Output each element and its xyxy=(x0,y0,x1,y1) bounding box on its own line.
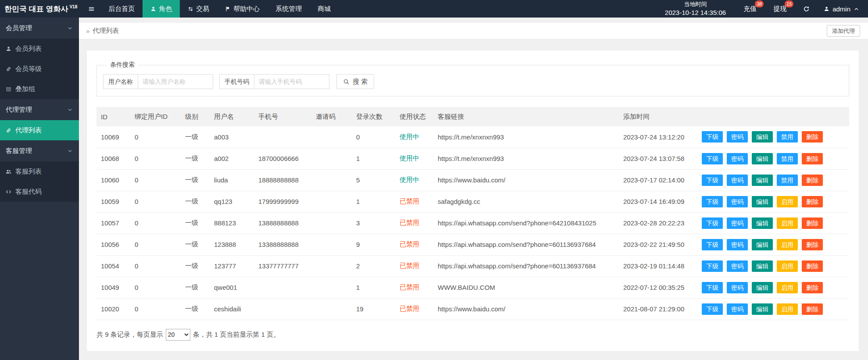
user-name: admin xyxy=(832,5,850,13)
sidebar-item-label: 客服列表 xyxy=(15,168,42,176)
page-size-select[interactable]: 20 xyxy=(166,329,190,341)
column-header-bind-user-id: 绑定用户ID xyxy=(131,107,182,126)
delete-button[interactable]: 删除 xyxy=(802,239,823,250)
phone-input[interactable] xyxy=(254,74,329,89)
sub-agents-button[interactable]: 下级 xyxy=(702,153,723,164)
nav-item-help-center[interactable]: 帮助中心 xyxy=(217,0,268,18)
enable-button[interactable]: 启用 xyxy=(777,196,798,207)
cell-actions: 下级密码编辑禁用删除 xyxy=(698,169,849,191)
nav-item-dashboard[interactable]: 后台首页 xyxy=(100,0,143,18)
enable-button[interactable]: 启用 xyxy=(777,239,798,250)
withdraw-label: 提现 xyxy=(773,5,786,12)
delete-button[interactable]: 删除 xyxy=(802,282,823,293)
delete-button[interactable]: 删除 xyxy=(802,175,823,186)
sub-agents-button[interactable]: 下级 xyxy=(702,175,723,186)
sub-agents-button[interactable]: 下级 xyxy=(702,131,723,143)
password-button[interactable]: 密码 xyxy=(727,239,748,250)
local-time: 当地时间 2023-10-12 14:35:06 xyxy=(665,1,726,17)
cell-added-time: 2022-07-12 00:35:25 xyxy=(620,277,698,298)
password-button[interactable]: 密码 xyxy=(727,131,748,143)
nav-item-roles[interactable]: 角色 xyxy=(143,0,180,18)
cell-id: 10049 xyxy=(96,277,131,298)
refresh-icon[interactable] xyxy=(803,6,810,12)
sidebar-item-agent-list[interactable]: 代理列表 xyxy=(0,120,79,140)
add-agent-button[interactable]: 添加代理 xyxy=(827,25,860,37)
search-legend: 条件搜索 xyxy=(107,61,138,69)
cell-id: 10060 xyxy=(96,169,131,191)
password-button[interactable]: 密码 xyxy=(727,260,748,272)
edit-button[interactable]: 编辑 xyxy=(752,196,773,207)
delete-button[interactable]: 删除 xyxy=(802,131,823,143)
edit-button[interactable]: 编辑 xyxy=(752,175,773,186)
sidebar-section-members[interactable]: 会员管理 xyxy=(0,18,79,39)
sidebar-item-service-list[interactable]: 客服列表 xyxy=(0,161,79,182)
sidebar-section-service[interactable]: 客服管理 xyxy=(0,140,79,161)
delete-button[interactable]: 删除 xyxy=(802,303,823,315)
cell-invite-code xyxy=(312,298,353,320)
status-text: 已禁用 xyxy=(400,219,419,226)
sidebar-item-stack-group[interactable]: 叠加组 xyxy=(0,79,79,99)
cell-added-time: 2023-02-22 21:49:50 xyxy=(620,234,698,255)
recharge-link[interactable]: 充值 38 xyxy=(743,5,757,13)
sidebar-section-label: 客服管理 xyxy=(6,147,32,155)
nav-item-system[interactable]: 系统管理 xyxy=(268,0,310,18)
withdraw-link[interactable]: 提现 15 xyxy=(773,5,786,13)
disable-button[interactable]: 禁用 xyxy=(777,175,798,186)
nav-item-mall[interactable]: 商城 xyxy=(310,0,339,18)
user-menu[interactable]: admin xyxy=(824,5,859,13)
enable-button[interactable]: 启用 xyxy=(777,282,798,293)
sub-agents-button[interactable]: 下级 xyxy=(702,260,723,272)
edit-button[interactable]: 编辑 xyxy=(752,239,773,250)
delete-button[interactable]: 删除 xyxy=(802,260,823,272)
sub-agents-button[interactable]: 下级 xyxy=(702,217,723,229)
password-button[interactable]: 密码 xyxy=(727,175,748,186)
password-button[interactable]: 密码 xyxy=(727,217,748,229)
exchange-icon xyxy=(188,6,193,12)
edit-button[interactable]: 编辑 xyxy=(752,217,773,229)
column-header-login-count: 登录次数 xyxy=(353,107,396,126)
sub-agents-button[interactable]: 下级 xyxy=(702,282,723,293)
delete-button[interactable]: 删除 xyxy=(802,153,823,164)
edit-button[interactable]: 编辑 xyxy=(752,260,773,272)
password-button[interactable]: 密码 xyxy=(727,303,748,315)
edit-button[interactable]: 编辑 xyxy=(752,303,773,315)
cell-actions: 下级密码编辑禁用删除 xyxy=(698,126,849,148)
cell-phone: 17999999999 xyxy=(255,191,312,212)
status-text: 使用中 xyxy=(400,154,419,162)
cell-username: ceshidaili xyxy=(211,298,255,320)
password-button[interactable]: 密码 xyxy=(727,153,748,164)
sub-agents-button[interactable]: 下级 xyxy=(702,239,723,250)
disable-button[interactable]: 禁用 xyxy=(777,153,798,164)
sidebar-item-member-list[interactable]: 会员列表 xyxy=(0,39,79,59)
sidebar-item-member-level[interactable]: 会员等级 xyxy=(0,59,79,79)
username-input[interactable] xyxy=(138,74,213,89)
delete-button[interactable]: 删除 xyxy=(802,217,823,229)
cell-phone xyxy=(255,277,312,298)
sidebar-section-agents[interactable]: 代理管理 xyxy=(0,99,79,120)
table-row: 100200一级ceshidaili19已禁用https://www.baidu… xyxy=(96,298,849,320)
local-time-value: 2023-10-12 14:35:06 xyxy=(665,8,726,17)
status-text: 已禁用 xyxy=(400,305,419,312)
sidebar-item-service-code[interactable]: 客服代码 xyxy=(0,182,79,202)
navbar-right: 当地时间 2023-10-12 14:35:06 充值 38 提现 15 adm… xyxy=(665,0,868,18)
enable-button[interactable]: 启用 xyxy=(777,260,798,272)
sub-agents-button[interactable]: 下级 xyxy=(702,196,723,207)
search-icon xyxy=(343,78,350,85)
hamburger-icon[interactable] xyxy=(82,0,100,18)
sidebar-section-label: 会员管理 xyxy=(6,24,32,32)
local-time-label: 当地时间 xyxy=(665,1,726,8)
disable-button[interactable]: 禁用 xyxy=(777,131,798,143)
edit-button[interactable]: 编辑 xyxy=(752,131,773,143)
nav-item-trade[interactable]: 交易 xyxy=(180,0,217,18)
delete-button[interactable]: 删除 xyxy=(802,196,823,207)
enable-button[interactable]: 启用 xyxy=(777,303,798,315)
withdraw-badge: 15 xyxy=(785,0,793,7)
sub-agents-button[interactable]: 下级 xyxy=(702,303,723,315)
enable-button[interactable]: 启用 xyxy=(777,217,798,229)
cell-added-time: 2023-02-28 20:22:23 xyxy=(620,212,698,234)
password-button[interactable]: 密码 xyxy=(727,282,748,293)
password-button[interactable]: 密码 xyxy=(727,196,748,207)
edit-button[interactable]: 编辑 xyxy=(752,282,773,293)
search-button[interactable]: 搜 索 xyxy=(336,74,374,89)
edit-button[interactable]: 编辑 xyxy=(752,153,773,164)
